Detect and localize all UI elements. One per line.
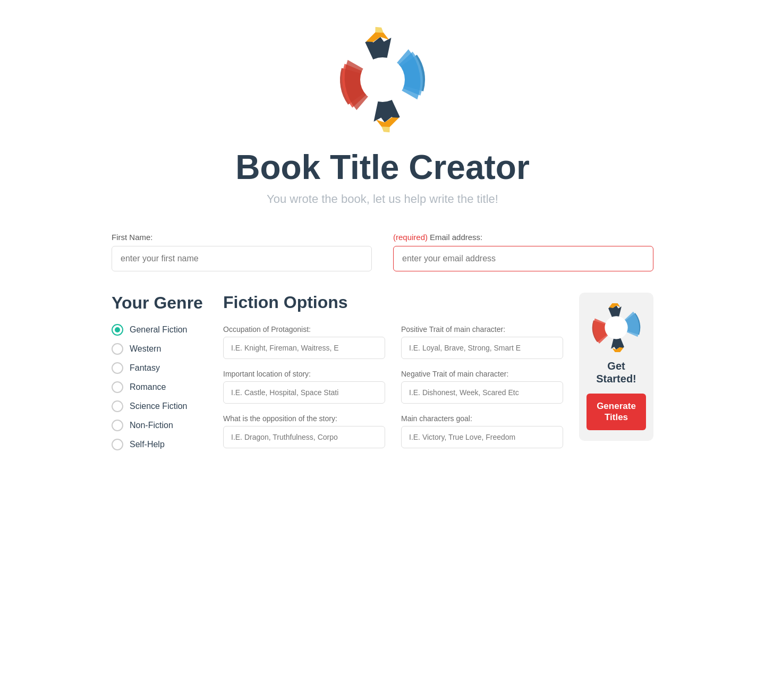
radio-western [112,343,123,355]
fiction-field-goal: Main characters goal: [401,414,563,448]
radio-general-fiction [112,324,123,336]
panel-title: Get Started! [586,360,646,385]
first-name-label: First Name: [112,233,372,242]
genre-label-non-fiction: Non-Fiction [130,421,173,430]
genre-label-science-fiction: Science Fiction [130,402,188,411]
genre-label-self-help: Self-Help [130,440,165,449]
genre-label-western: Western [130,344,161,354]
genre-item-non-fiction[interactable]: Non-Fiction [112,420,207,431]
first-name-field-group: First Name: [112,233,372,271]
main-content: Your Genre General FictionWesternFantasy… [101,293,664,450]
fiction-input-negative-trait[interactable] [401,381,563,404]
fiction-label-positive-trait: Positive Trait of main character: [401,325,563,334]
fiction-label-occupation: Occupation of Protagonist: [223,325,385,334]
fiction-field-occupation: Occupation of Protagonist: [223,325,385,359]
generate-titles-button[interactable]: Generate Titles [586,394,646,430]
fiction-input-goal[interactable] [401,426,563,448]
genre-item-romance[interactable]: Romance [112,381,207,393]
genre-sidebar: Your Genre General FictionWesternFantasy… [112,293,207,450]
required-tag: (required) [393,233,428,242]
genre-item-western[interactable]: Western [112,343,207,355]
panel-logo [590,303,643,351]
svg-point-6 [360,57,405,102]
genre-list: General FictionWesternFantasyRomanceScie… [112,324,207,450]
first-name-input[interactable] [112,246,372,271]
fiction-field-positive-trait: Positive Trait of main character: [401,325,563,359]
radio-self-help [112,439,123,450]
fiction-label-location: Important location of story: [223,370,385,378]
radio-non-fiction [112,420,123,431]
fiction-section: Fiction Options Occupation of Protagonis… [207,293,579,448]
page-header: Book Title Creator You wrote the book, l… [101,21,664,206]
fiction-input-occupation[interactable] [223,337,385,359]
genre-item-science-fiction[interactable]: Science Fiction [112,400,207,412]
genre-title: Your Genre [112,293,207,313]
genre-label-general-fiction: General Fiction [130,325,188,335]
svg-point-11 [605,317,627,339]
fiction-label-opposition: What is the opposition of the story: [223,414,385,423]
email-label: (required)Email address: [393,233,653,242]
fiction-label-negative-trait: Negative Trait of main character: [401,370,563,378]
fiction-input-location[interactable] [223,381,385,404]
genre-label-fantasy: Fantasy [130,363,160,373]
email-field-group: (required)Email address: [393,233,653,271]
genre-item-self-help[interactable]: Self-Help [112,439,207,450]
fiction-field-location: Important location of story: [223,370,385,404]
app-title: Book Title Creator [101,149,664,186]
name-email-row: First Name: (required)Email address: [101,233,664,271]
genre-label-romance: Romance [130,382,166,392]
fiction-input-positive-trait[interactable] [401,337,563,359]
fiction-input-opposition[interactable] [223,426,385,448]
fiction-field-opposition: What is the opposition of the story: [223,414,385,448]
radio-science-fiction [112,400,123,412]
fiction-grid: Occupation of Protagonist:Positive Trait… [223,325,563,448]
radio-romance [112,381,123,393]
fiction-title: Fiction Options [223,293,563,312]
genre-item-fantasy[interactable]: Fantasy [112,362,207,374]
email-input[interactable] [393,246,653,271]
genre-item-general-fiction[interactable]: General Fiction [112,324,207,336]
get-started-panel: Get Started! Generate Titles [579,293,653,441]
fiction-label-goal: Main characters goal: [401,414,563,423]
app-subtitle: You wrote the book, let us help write th… [101,192,664,206]
app-logo [324,21,441,138]
radio-fantasy [112,362,123,374]
fiction-field-negative-trait: Negative Trait of main character: [401,370,563,404]
